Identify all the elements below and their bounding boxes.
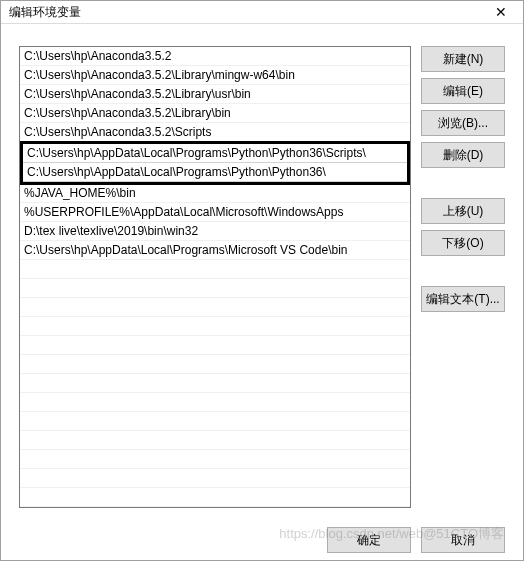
list-item[interactable] <box>20 336 410 355</box>
list-item[interactable]: C:\Users\hp\Anaconda3.5.2\Library\usr\bi… <box>20 85 410 104</box>
moveup-button[interactable]: 上移(U) <box>421 198 505 224</box>
button-sidebar: 新建(N) 编辑(E) 浏览(B)... 删除(D) 上移(U) 下移(O) 编… <box>421 46 505 508</box>
list-item[interactable]: C:\Users\hp\AppData\Local\Programs\Pytho… <box>23 163 407 182</box>
list-item[interactable] <box>20 317 410 336</box>
list-item[interactable]: C:\Users\hp\Anaconda3.5.2 <box>20 47 410 66</box>
window-title: 编辑环境变量 <box>9 4 479 21</box>
cancel-button[interactable]: 取消 <box>421 527 505 553</box>
env-var-edit-dialog: 编辑环境变量 ✕ C:\Users\hp\Anaconda3.5.2 C:\Us… <box>0 0 524 561</box>
list-item[interactable]: C:\Users\hp\Anaconda3.5.2\Library\bin <box>20 104 410 123</box>
list-item[interactable] <box>20 374 410 393</box>
ok-button[interactable]: 确定 <box>327 527 411 553</box>
titlebar: 编辑环境变量 ✕ <box>1 1 523 24</box>
list-item[interactable]: C:\Users\hp\AppData\Local\Programs\Micro… <box>20 241 410 260</box>
dialog-content: C:\Users\hp\Anaconda3.5.2 C:\Users\hp\An… <box>1 24 523 520</box>
path-listbox[interactable]: C:\Users\hp\Anaconda3.5.2 C:\Users\hp\An… <box>19 46 411 508</box>
list-item[interactable] <box>20 298 410 317</box>
list-item[interactable]: %JAVA_HOME%\bin <box>20 184 410 203</box>
list-item[interactable]: C:\Users\hp\Anaconda3.5.2\Scripts <box>20 123 410 142</box>
close-icon[interactable]: ✕ <box>479 1 523 23</box>
spacer <box>421 174 505 192</box>
list-item[interactable] <box>20 279 410 298</box>
list-item[interactable] <box>20 469 410 488</box>
list-item[interactable] <box>20 393 410 412</box>
dialog-footer: 确定 取消 <box>1 520 523 560</box>
list-item[interactable] <box>20 488 410 507</box>
annotation-highlight-box: C:\Users\hp\AppData\Local\Programs\Pytho… <box>20 141 410 185</box>
list-item[interactable] <box>20 450 410 469</box>
edittext-button[interactable]: 编辑文本(T)... <box>421 286 505 312</box>
edit-button[interactable]: 编辑(E) <box>421 78 505 104</box>
list-item[interactable] <box>20 355 410 374</box>
list-item[interactable] <box>20 431 410 450</box>
list-item[interactable] <box>20 412 410 431</box>
list-item[interactable]: C:\Users\hp\AppData\Local\Programs\Pytho… <box>23 144 407 163</box>
list-item[interactable]: C:\Users\hp\Anaconda3.5.2\Library\mingw-… <box>20 66 410 85</box>
list-item[interactable]: %USERPROFILE%\AppData\Local\Microsoft\Wi… <box>20 203 410 222</box>
spacer <box>421 262 505 280</box>
browse-button[interactable]: 浏览(B)... <box>421 110 505 136</box>
list-item[interactable]: D:\tex live\texlive\2019\bin\win32 <box>20 222 410 241</box>
list-item[interactable] <box>20 260 410 279</box>
movedown-button[interactable]: 下移(O) <box>421 230 505 256</box>
delete-button[interactable]: 删除(D) <box>421 142 505 168</box>
new-button[interactable]: 新建(N) <box>421 46 505 72</box>
